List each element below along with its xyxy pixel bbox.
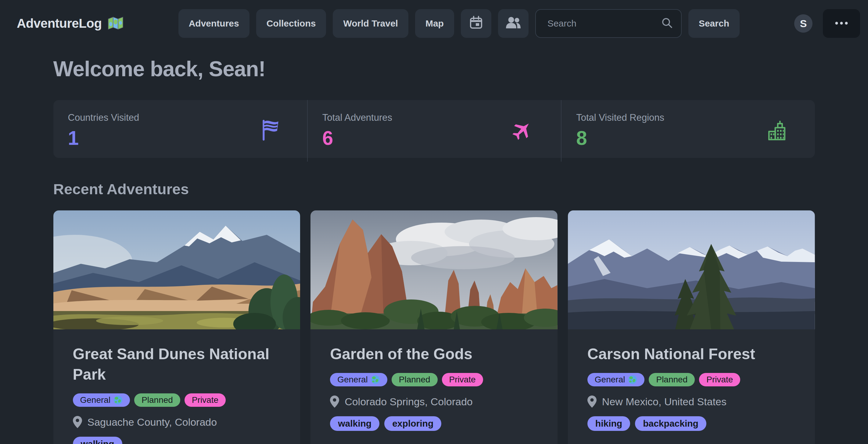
globe-icon: [114, 395, 123, 405]
globe-icon: [371, 375, 380, 384]
location-row: New Mexico, United States: [587, 395, 796, 408]
badge-private: Private: [699, 373, 740, 386]
nav-menu: Adventures Collections World Travel Map: [179, 9, 740, 38]
globe-icon: [628, 375, 637, 384]
card-body: Garden of the Gods General Planned Priva…: [310, 329, 558, 444]
stat-total-visited-regions: Total Visited Regions 8: [561, 100, 815, 162]
tag-row: walking exploring: [330, 416, 538, 431]
card-body: Carson National Forest General Planned P…: [568, 329, 815, 444]
badge-row: General Planned Private: [330, 373, 538, 386]
adventure-card-carson-national-forest[interactable]: Carson National Forest General Planned P…: [568, 211, 815, 444]
main-content: Welcome back, Sean! Countries Visited 1 …: [53, 57, 815, 444]
location-row: Saguache County, Colorado: [73, 416, 281, 428]
activity-tag: exploring: [384, 416, 441, 431]
users-icon: [505, 16, 521, 31]
tag-row: walking: [73, 437, 281, 444]
search-icon: [661, 17, 673, 30]
stat-value: 1: [68, 127, 292, 150]
stat-label: Countries Visited: [68, 112, 292, 123]
adventure-photo-snowy-mountains: [568, 211, 815, 329]
location-pin-icon: [73, 416, 82, 428]
badge-row: General Planned Private: [73, 393, 281, 407]
plane-icon: [512, 120, 533, 142]
search-button[interactable]: Search: [688, 9, 740, 38]
search-field-wrap: [535, 9, 682, 38]
map-emoji-icon: [107, 16, 124, 31]
adventure-photo-sand-dunes: [53, 211, 301, 329]
card-body: Great Sand Dunes National Park General P…: [53, 329, 301, 444]
adventure-title[interactable]: Garden of the Gods: [330, 344, 538, 364]
adventure-card-great-sand-dunes[interactable]: Great Sand Dunes National Park General P…: [53, 211, 301, 444]
badge-general: General: [587, 373, 645, 386]
location-pin-icon: [330, 395, 339, 408]
adventure-photo-red-rocks: [310, 211, 558, 329]
nav-world-travel-button[interactable]: World Travel: [333, 9, 408, 38]
stat-total-adventures: Total Adventures 6: [307, 100, 561, 162]
activity-tag: walking: [73, 437, 122, 444]
stat-countries-visited: Countries Visited 1: [53, 100, 307, 162]
nav-adventures-button[interactable]: Adventures: [179, 9, 249, 38]
adventure-cards-grid: Great Sand Dunes National Park General P…: [53, 211, 815, 444]
adventure-card-garden-of-the-gods[interactable]: Garden of the Gods General Planned Priva…: [310, 211, 558, 444]
location-text: Colorado Springs, Colorado: [345, 396, 473, 408]
ellipsis-icon: [835, 21, 848, 26]
recent-adventures-heading: Recent Adventures: [53, 181, 815, 198]
search-input[interactable]: [535, 9, 682, 38]
overflow-menu-button[interactable]: [823, 9, 860, 38]
tag-row: hiking backpacking: [587, 416, 796, 431]
badge-planned: Planned: [649, 373, 695, 386]
flag-icon: [261, 119, 279, 142]
app-title: AdventureLog: [17, 16, 102, 31]
navbar: AdventureLog Adventures Collections Worl…: [0, 0, 868, 47]
welcome-heading: Welcome back, Sean!: [53, 57, 815, 81]
badge-general: General: [330, 373, 388, 386]
badge-private: Private: [185, 393, 226, 407]
nav-right: S: [794, 9, 863, 38]
location-row: Colorado Springs, Colorado: [330, 395, 538, 408]
buildings-icon: [767, 120, 786, 141]
badge-general: General: [73, 393, 130, 407]
stats-row: Countries Visited 1 Total Adventures 6: [53, 100, 815, 158]
nav-collections-button[interactable]: Collections: [256, 9, 326, 38]
location-pin-icon: [587, 395, 596, 408]
nav-map-button[interactable]: Map: [415, 9, 454, 38]
calendar-icon: [469, 15, 483, 32]
activity-tag: hiking: [587, 416, 630, 431]
avatar[interactable]: S: [794, 14, 812, 33]
location-text: New Mexico, United States: [602, 396, 726, 408]
location-text: Saguache County, Colorado: [88, 416, 217, 428]
adventure-title[interactable]: Great Sand Dunes National Park: [73, 344, 281, 385]
app-logo[interactable]: AdventureLog: [17, 16, 124, 31]
activity-tag: walking: [330, 416, 379, 431]
calendar-button[interactable]: [461, 9, 491, 38]
badge-row: General Planned Private: [587, 373, 796, 386]
badge-planned: Planned: [392, 373, 438, 386]
badge-planned: Planned: [134, 393, 180, 407]
activity-tag: backpacking: [635, 416, 706, 431]
shared-users-button[interactable]: [498, 9, 529, 38]
adventure-title[interactable]: Carson National Forest: [587, 344, 796, 364]
badge-private: Private: [442, 373, 483, 386]
